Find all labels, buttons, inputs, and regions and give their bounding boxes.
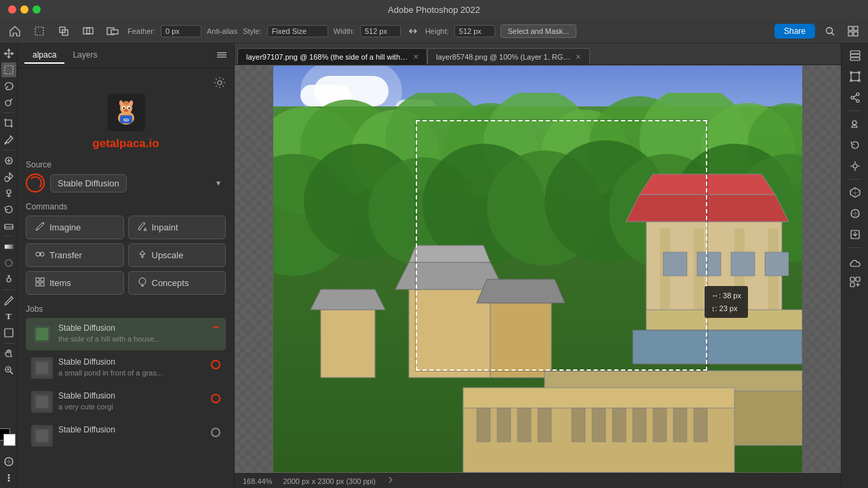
tab-layer97107[interactable]: layer97107.png @ 168% (the side of a hil… — [237, 48, 427, 64]
export-icon[interactable] — [846, 225, 865, 244]
svg-rect-13 — [5, 66, 13, 74]
maximize-window-button[interactable] — [33, 5, 41, 14]
job-thumbnail — [31, 391, 53, 413]
concepts-button[interactable]: Concepts — [128, 271, 226, 295]
job-item[interactable]: Stable Diffusion — [26, 420, 226, 452]
svg-rect-92 — [633, 330, 802, 364]
traffic-lights[interactable] — [8, 5, 41, 14]
svg-rect-0 — [35, 27, 43, 35]
share-button[interactable]: Share — [774, 24, 815, 39]
adjustments-icon[interactable] — [846, 204, 865, 223]
marquee-subtract-icon[interactable] — [103, 22, 122, 41]
workspace-icon[interactable] — [844, 22, 863, 41]
upscale-button[interactable]: Upscale — [128, 243, 226, 267]
svg-rect-9 — [848, 26, 852, 30]
tab-close-icon[interactable]: × — [576, 52, 581, 61]
svg-rect-120 — [858, 71, 861, 74]
home-icon[interactable] — [5, 22, 24, 41]
plugins-icon[interactable] — [846, 272, 865, 291]
job-title: Stable Diffusion — [58, 323, 205, 333]
zoom-tool[interactable] — [1, 363, 16, 378]
tab-alpaca[interactable]: alpaca — [24, 47, 64, 64]
tab-layer85748[interactable]: layer85748.png @ 100% (Layer 1, RGB/8#) … — [427, 48, 590, 64]
job-status-loading — [211, 326, 220, 336]
tab-close-icon[interactable]: × — [413, 52, 418, 61]
width-value[interactable]: 512 px — [360, 25, 401, 37]
layers-panel-icon[interactable] — [846, 46, 865, 65]
window-title: Adobe Photoshop 2022 — [388, 5, 480, 15]
panel-menu-icon[interactable] — [216, 49, 227, 62]
quick-mask-tool[interactable] — [1, 454, 16, 469]
feather-value[interactable]: 0 px — [161, 25, 201, 37]
marquee-rectangular-icon[interactable] — [30, 22, 49, 41]
move-tool[interactable] — [1, 46, 16, 61]
job-item[interactable]: Stable Diffusion a very cute corgi — [26, 386, 226, 418]
lasso-tool[interactable] — [1, 79, 16, 94]
source-label: Source — [26, 160, 226, 169]
marquee-tool[interactable] — [1, 62, 16, 77]
blur-tool[interactable] — [1, 256, 16, 270]
svg-point-16 — [7, 190, 11, 194]
job-desc: a small pond in front of a gras... — [58, 368, 205, 378]
jobs-list: Stable Diffusion the side of a hill with… — [26, 318, 226, 452]
job-item[interactable]: Stable Diffusion a small pond in front o… — [26, 352, 226, 384]
buildings-svg — [273, 66, 802, 472]
svg-rect-29 — [217, 54, 226, 56]
properties-icon[interactable] — [846, 157, 865, 176]
source-select[interactable]: Stable Diffusion — [50, 174, 127, 192]
items-button[interactable]: Items — [26, 271, 124, 295]
3d-icon[interactable] — [846, 183, 865, 202]
text-tool[interactable]: T — [1, 309, 16, 324]
swap-dimensions-icon[interactable] — [406, 24, 420, 38]
heal-tool[interactable] — [1, 153, 16, 168]
job-desc: the side of a hill with a house... — [58, 334, 205, 344]
shape-tool[interactable] — [1, 325, 16, 340]
extra-tools[interactable] — [1, 470, 16, 485]
status-arrow-icon[interactable] — [387, 476, 395, 486]
settings-icon[interactable] — [214, 77, 226, 91]
alpaca-logo-area: SD getalpaca.io — [26, 77, 226, 150]
hand-tool[interactable] — [1, 346, 16, 361]
svg-rect-105 — [497, 408, 511, 442]
svg-point-124 — [856, 100, 859, 102]
imagine-icon — [35, 221, 45, 234]
select-mask-button[interactable]: Select and Mask... — [500, 24, 577, 38]
brush-settings-icon[interactable] — [846, 115, 865, 134]
right-icons — [821, 22, 863, 41]
minimize-window-button[interactable] — [20, 5, 28, 14]
imagine-button[interactable]: Imagine — [26, 216, 124, 239]
artboard-icon[interactable] — [846, 67, 865, 86]
eyedropper-tool[interactable] — [1, 132, 16, 147]
history-panel-icon[interactable] — [846, 136, 865, 155]
tab-label: layer97107.png @ 168% (the side of a hil… — [246, 53, 409, 61]
close-window-button[interactable] — [8, 5, 16, 14]
search-icon[interactable] — [821, 22, 840, 41]
gradient-tool[interactable] — [1, 239, 16, 254]
right-sidebar-separator — [848, 110, 862, 111]
height-value[interactable]: 512 px — [454, 25, 495, 37]
share-panel-icon[interactable] — [846, 88, 865, 107]
pen-tool[interactable] — [1, 293, 16, 308]
quick-select-tool[interactable] — [1, 95, 16, 110]
dodge-tool[interactable] — [1, 272, 16, 287]
eraser-tool[interactable] — [1, 218, 16, 233]
alpaca-logo-text: getalpaca.io — [92, 137, 159, 150]
svg-rect-6 — [111, 30, 118, 34]
svg-rect-12 — [854, 32, 858, 36]
background-color[interactable] — [3, 434, 16, 446]
clone-stamp-tool[interactable] — [1, 186, 16, 201]
job-item[interactable]: Stable Diffusion the side of a hill with… — [26, 318, 226, 350]
crop-tool[interactable] — [1, 116, 16, 131]
cloud-sync-icon[interactable] — [846, 251, 865, 270]
style-select[interactable]: Fixed Size — [267, 25, 328, 37]
marquee-intersect-icon[interactable] — [79, 22, 98, 41]
canvas-area[interactable]: ↔: 38 px ↕: 23 px 168.44% 2000 px x 2300… — [235, 65, 841, 488]
brush-tool[interactable] — [1, 169, 16, 184]
tab-layers[interactable]: Layers — [64, 47, 105, 64]
transfer-button[interactable]: Transfer — [26, 243, 124, 267]
document-dimensions: 2000 px x 2300 px (300 ppi) — [283, 477, 375, 485]
color-swatches[interactable] — [0, 428, 20, 450]
history-tool[interactable] — [1, 202, 16, 217]
inpaint-button[interactable]: Inpaint — [128, 216, 226, 239]
marquee-options-icon[interactable] — [54, 22, 73, 41]
